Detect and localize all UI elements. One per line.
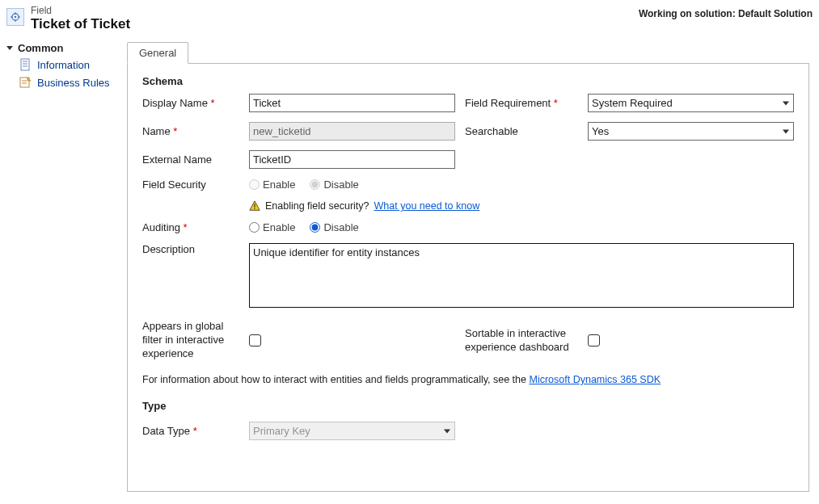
radio-disable — [310, 179, 320, 190]
sidebar-section-common[interactable]: Common — [0, 40, 127, 56]
svg-rect-13 — [254, 204, 255, 208]
svg-rect-6 — [21, 59, 29, 70]
field-security-disable-radio: Disable — [310, 178, 358, 191]
label-display-name: Display Name — [142, 97, 239, 109]
tabpanel-general: Schema Display Name Field Requirement Sy… — [127, 64, 809, 492]
field-requirement-select[interactable]: System Required — [588, 94, 794, 112]
radio-enable-label: Enable — [263, 178, 295, 191]
sortable-dashboard-checkbox[interactable] — [588, 334, 600, 346]
field-security-info-link[interactable]: What you need to know — [374, 200, 480, 212]
auditing-enable-radio[interactable]: Enable — [249, 221, 295, 233]
radio-enable-label: Enable — [263, 221, 295, 233]
section-heading-schema: Schema — [142, 75, 794, 87]
solution-context: Working on solution: Default Solution — [639, 8, 813, 19]
caret-down-icon — [6, 46, 13, 50]
label-data-type: Data Type — [142, 425, 239, 437]
label-field-requirement: Field Requirement — [465, 97, 578, 109]
label-searchable: Searchable — [465, 125, 578, 137]
display-name-input[interactable] — [249, 94, 455, 112]
solution-context-label: Working on solution: — [639, 8, 736, 19]
auditing-disable-radio[interactable]: Disable — [310, 221, 358, 233]
label-name: Name — [142, 125, 239, 137]
label-external-name: External Name — [142, 153, 239, 166]
page-title: Ticket of Ticket — [31, 16, 639, 32]
solution-context-value: Default Solution — [738, 8, 813, 19]
info-sheet-icon — [19, 58, 32, 71]
tab-bar: General — [127, 42, 809, 64]
sidebar-section-label: Common — [18, 42, 63, 54]
tab-general[interactable]: General — [127, 42, 188, 64]
sidebar-item-label: Business Rules — [37, 77, 110, 89]
label-global-filter: Appears in global filter in interactive … — [142, 320, 239, 361]
svg-point-1 — [15, 16, 16, 18]
sidebar-item-business-rules[interactable]: Business Rules — [0, 74, 127, 91]
sdk-link[interactable]: Microsoft Dynamics 365 SDK — [529, 374, 661, 385]
label-sortable-dashboard: Sortable in interactive experience dashb… — [465, 327, 578, 355]
name-input — [249, 122, 455, 141]
radio-enable[interactable] — [249, 222, 260, 233]
radio-disable-label: Disable — [323, 178, 358, 191]
searchable-select[interactable]: Yes — [588, 122, 794, 141]
sdk-info-text: For information about how to interact wi… — [142, 374, 529, 385]
field-security-warning-text: Enabling field security? — [265, 200, 369, 212]
label-description: Description — [142, 243, 239, 255]
radio-enable — [249, 179, 260, 190]
label-field-security: Field Security — [142, 178, 239, 191]
rules-icon — [19, 76, 32, 89]
page-header: Field Ticket of Ticket Working on soluti… — [0, 0, 819, 40]
section-heading-type: Type — [142, 400, 794, 412]
data-type-select: Primary Key — [249, 422, 455, 440]
warning-icon — [249, 200, 260, 212]
sidebar: Common Information Business Rules — [0, 40, 127, 91]
svg-rect-14 — [254, 208, 255, 209]
field-entity-icon — [6, 8, 24, 26]
field-security-enable-radio: Enable — [249, 178, 295, 191]
radio-disable-label: Disable — [323, 221, 358, 233]
radio-disable[interactable] — [310, 222, 320, 233]
external-name-input[interactable] — [249, 150, 455, 169]
sidebar-item-information[interactable]: Information — [0, 56, 127, 74]
global-filter-checkbox[interactable] — [249, 334, 261, 346]
header-pretitle: Field — [31, 5, 639, 16]
main-content: General Schema Display Name Field Requir… — [127, 40, 819, 502]
description-textarea[interactable]: Unique identifier for entity instances — [249, 243, 794, 308]
sidebar-item-label: Information — [37, 59, 90, 71]
label-auditing: Auditing — [142, 221, 239, 233]
